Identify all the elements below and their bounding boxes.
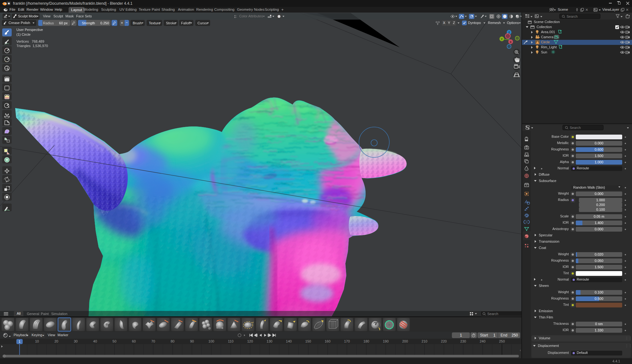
svg-text:70: 70: [151, 339, 155, 343]
svg-text:240: 240: [480, 339, 485, 343]
svg-text:210: 210: [422, 339, 427, 343]
svg-text:190: 190: [383, 339, 388, 343]
svg-text:110: 110: [228, 339, 234, 343]
svg-text:130: 130: [267, 339, 272, 343]
svg-text:20: 20: [54, 339, 58, 343]
svg-text:30: 30: [74, 339, 77, 343]
svg-text:250: 250: [499, 339, 505, 343]
svg-text:200: 200: [402, 339, 408, 343]
svg-text:160: 160: [325, 339, 330, 343]
svg-text:50: 50: [112, 339, 116, 343]
svg-text:40: 40: [93, 339, 97, 343]
svg-text:170: 170: [344, 339, 350, 343]
svg-text:100: 100: [209, 339, 214, 343]
svg-text:10: 10: [35, 339, 39, 343]
svg-text:150: 150: [305, 339, 311, 343]
svg-text:230: 230: [460, 339, 466, 343]
svg-text:80: 80: [171, 339, 174, 343]
svg-text:180: 180: [363, 339, 369, 343]
svg-text:220: 220: [441, 339, 447, 343]
svg-text:60: 60: [132, 339, 136, 343]
svg-text:90: 90: [190, 339, 194, 343]
svg-text:Y: Y: [501, 38, 503, 41]
svg-text:140: 140: [286, 339, 292, 343]
svg-text:X: X: [510, 40, 512, 44]
svg-text:120: 120: [247, 339, 253, 343]
svg-text:1: 1: [19, 340, 21, 343]
